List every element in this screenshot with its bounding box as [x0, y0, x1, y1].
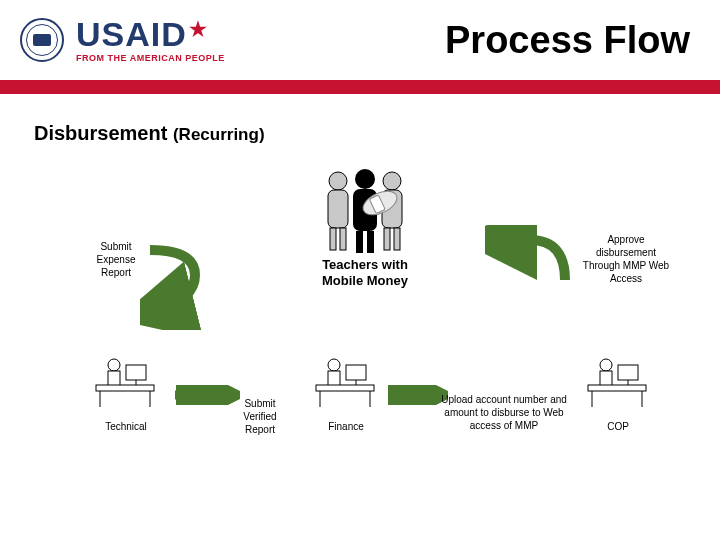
svg-rect-1 — [328, 190, 348, 228]
svg-rect-6 — [384, 228, 390, 250]
role-finance: Finance — [322, 421, 370, 432]
svg-point-0 — [329, 172, 347, 190]
arrow-approve-icon — [485, 225, 575, 295]
arrow-submit-expense-icon — [140, 240, 210, 330]
cop-desk-icon — [582, 355, 652, 414]
finance-desk-icon — [310, 355, 380, 414]
star-icon: ★ — [189, 19, 208, 39]
label-submit-verified: Submit Verified Report — [235, 397, 285, 436]
svg-point-14 — [108, 359, 120, 371]
label-upload: Upload account number and amount to disb… — [440, 393, 568, 432]
process-diagram: Submit Expense Report Teachers with Mob — [0, 145, 720, 525]
label-approve: Approve disbursement Through MMP Web Acc… — [582, 233, 670, 285]
section-title: Disbursement (Recurring) — [0, 94, 720, 145]
logo-tagline: FROM THE AMERICAN PEOPLE — [76, 53, 225, 63]
svg-rect-16 — [126, 365, 146, 380]
page-title: Process Flow — [445, 19, 690, 62]
label-submit-expense: Submit Expense Report — [86, 240, 146, 279]
svg-point-30 — [600, 359, 612, 371]
divider-bar — [0, 80, 720, 94]
svg-rect-32 — [618, 365, 638, 380]
arrow-submit-verified-icon — [170, 385, 240, 405]
svg-point-4 — [383, 172, 401, 190]
teachers-group-icon — [310, 165, 420, 255]
logo-text: USAID — [76, 17, 187, 51]
svg-point-22 — [328, 359, 340, 371]
label-teachers: Teachers with Mobile Money — [305, 257, 425, 288]
svg-rect-11 — [367, 231, 374, 253]
svg-rect-18 — [96, 385, 154, 391]
svg-rect-24 — [346, 365, 366, 380]
svg-rect-3 — [340, 228, 346, 250]
logo-block: USAID★ FROM THE AMERICAN PEOPLE — [76, 17, 225, 63]
role-cop: COP — [600, 421, 636, 432]
subtitle-main: Disbursement — [34, 122, 173, 144]
usaid-seal-icon — [20, 18, 64, 62]
subtitle-paren: (Recurring) — [173, 125, 265, 144]
svg-rect-2 — [330, 228, 336, 250]
svg-rect-7 — [394, 228, 400, 250]
logo-main: USAID★ — [76, 17, 225, 51]
svg-rect-26 — [316, 385, 374, 391]
technical-desk-icon — [90, 355, 160, 414]
svg-rect-34 — [588, 385, 646, 391]
svg-point-8 — [355, 169, 375, 189]
role-technical: Technical — [98, 421, 154, 432]
svg-rect-10 — [356, 231, 363, 253]
arrow-upload-icon — [388, 385, 448, 405]
header: USAID★ FROM THE AMERICAN PEOPLE Process … — [0, 0, 720, 80]
